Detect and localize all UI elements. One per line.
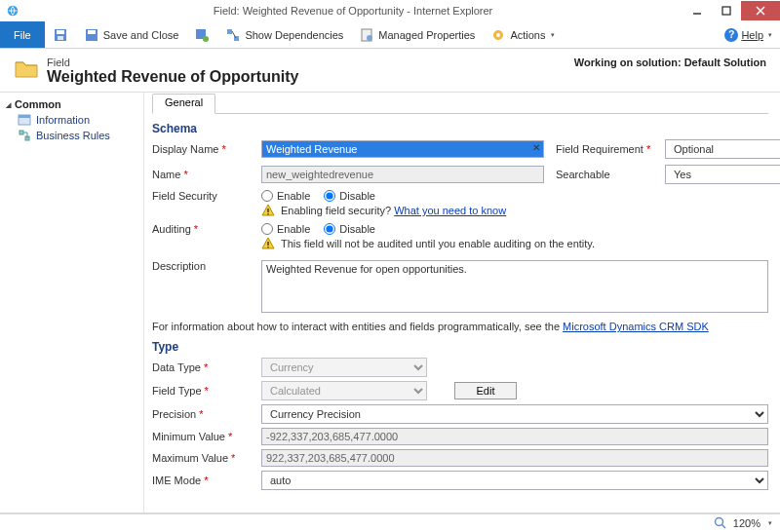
window-title: Field: Weighted Revenue of Opportunity -…: [23, 5, 682, 17]
sdk-info-line: For information about how to interact wi…: [152, 321, 768, 332]
managed-properties-button[interactable]: Managed Properties: [351, 21, 483, 48]
auditing-warning: This field will not be audited until you…: [261, 237, 768, 250]
searchable-select[interactable]: Yes: [665, 165, 780, 184]
page-header: Field Weighted Revenue of Opportunity Wo…: [0, 49, 780, 90]
page-title: Weighted Revenue of Opportunity: [47, 68, 298, 86]
description-textarea[interactable]: Weighted Revenue for open opportunities.: [261, 260, 768, 313]
label-field-security: Field Security: [152, 190, 250, 202]
sdk-link[interactable]: Microsoft Dynamics CRM SDK: [563, 321, 709, 332]
svg-rect-26: [267, 247, 268, 247]
svg-line-28: [722, 525, 725, 529]
data-type-select: Currency: [261, 358, 427, 377]
sidebar-group-common[interactable]: Common: [0, 96, 143, 112]
section-type: Type: [152, 340, 768, 354]
field-security-disable-radio[interactable]: [324, 190, 335, 202]
sidebar-item-label: Business Rules: [36, 130, 110, 141]
label-name: Name: [152, 169, 250, 180]
precision-select[interactable]: Currency Precision: [261, 404, 768, 424]
information-icon: [18, 114, 31, 126]
label-searchable: Searchable: [556, 169, 653, 180]
label-field-type: Field Type: [152, 385, 250, 397]
label-display-name: Display Name: [152, 143, 250, 155]
business-rules-icon: [18, 130, 31, 141]
minimum-value-input: [261, 428, 768, 445]
label-field-requirement: Field Requirement: [556, 143, 653, 155]
svg-rect-24: [267, 213, 268, 214]
chevron-down-icon: ▾: [768, 31, 772, 39]
label-minimum-value: Minimum Value: [152, 431, 250, 442]
show-dependencies-button[interactable]: Show Dependencies: [217, 21, 351, 48]
zoom-icon: [714, 516, 727, 530]
label-description: Description: [152, 260, 250, 313]
save-new-button[interactable]: [186, 21, 217, 48]
dependencies-icon: [225, 27, 241, 43]
window-titlebar: Field: Weighted Revenue of Opportunity -…: [0, 0, 780, 21]
svg-point-16: [367, 35, 372, 41]
file-menu[interactable]: File: [0, 21, 45, 48]
field-security-warning: Enabling field security? What you need t…: [261, 204, 768, 217]
svg-rect-7: [58, 36, 63, 40]
svg-rect-20: [19, 115, 30, 118]
label-precision: Precision: [152, 408, 250, 420]
help-icon: ?: [724, 28, 738, 42]
section-schema: Schema: [152, 122, 768, 135]
tab-general[interactable]: General: [152, 94, 215, 114]
edit-button[interactable]: Edit: [454, 382, 517, 399]
svg-rect-21: [20, 131, 23, 134]
statusbar: 120% ▾: [0, 513, 780, 532]
breadcrumb: Field: [47, 57, 298, 68]
close-button[interactable]: [741, 1, 780, 20]
sidebar-item-label: Information: [36, 114, 90, 126]
save-new-icon: [194, 27, 210, 43]
content-area: General Schema Display Name ✕ Field Requ…: [144, 93, 780, 513]
ie-icon: [6, 4, 20, 18]
clear-icon[interactable]: ✕: [532, 142, 540, 153]
maximum-value-input: [261, 449, 768, 467]
label-data-type: Data Type: [152, 361, 250, 373]
ime-mode-select[interactable]: auto: [261, 471, 768, 490]
tabstrip: General: [152, 93, 768, 114]
svg-rect-25: [267, 242, 268, 246]
svg-rect-12: [227, 29, 232, 34]
managed-properties-icon: [359, 27, 374, 43]
solution-context: Working on solution: Default Solution: [574, 57, 766, 68]
actions-icon: [490, 27, 506, 43]
display-name-input[interactable]: [261, 140, 544, 158]
auditing-disable-radio[interactable]: [324, 223, 335, 235]
sidebar-item-business-rules[interactable]: Business Rules: [0, 128, 143, 143]
zoom-level: 120%: [733, 517, 760, 529]
svg-rect-9: [88, 30, 96, 34]
folder-icon: [14, 57, 39, 80]
chevron-down-icon: ▾: [551, 31, 555, 39]
svg-rect-2: [722, 7, 730, 15]
svg-rect-23: [267, 209, 268, 212]
save-close-icon: [84, 27, 99, 43]
svg-point-18: [496, 33, 500, 37]
field-security-enable-radio[interactable]: [261, 190, 273, 202]
auditing-enable-radio[interactable]: [261, 223, 273, 235]
maximize-button[interactable]: [712, 1, 741, 20]
warning-icon: [261, 237, 275, 250]
label-auditing: Auditing: [152, 223, 250, 235]
minimize-button[interactable]: [682, 1, 712, 20]
field-requirement-select[interactable]: Optional: [665, 139, 780, 159]
field-security-link[interactable]: What you need to know: [394, 205, 506, 216]
svg-point-27: [715, 518, 722, 526]
name-input: [261, 166, 544, 183]
svg-point-11: [203, 36, 209, 42]
toolbar: File Save and Close Show Dependencies Ma…: [0, 21, 780, 49]
help-menu[interactable]: ?Help▾: [724, 21, 772, 48]
save-icon: [53, 27, 68, 43]
sidebar-item-information[interactable]: Information: [0, 112, 143, 128]
sidebar: Common Information Business Rules: [0, 93, 144, 513]
actions-menu[interactable]: Actions▾: [483, 21, 563, 48]
svg-rect-6: [57, 30, 64, 34]
field-type-select: Calculated: [261, 381, 427, 400]
warning-icon: [261, 204, 275, 217]
save-and-close-button[interactable]: Save and Close: [76, 21, 187, 48]
label-ime-mode: IME Mode: [152, 475, 250, 486]
save-button[interactable]: [45, 21, 76, 48]
chevron-down-icon[interactable]: ▾: [768, 519, 772, 527]
label-maximum-value: Maximum Value: [152, 452, 250, 464]
